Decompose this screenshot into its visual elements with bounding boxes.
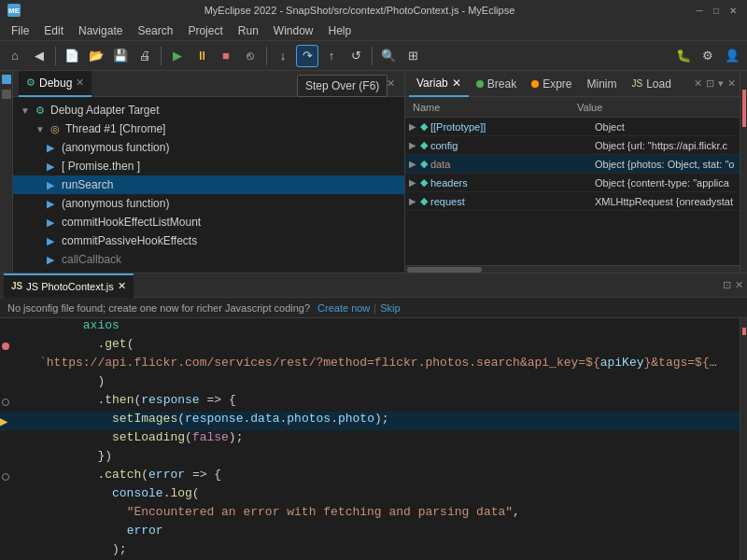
value-column-header: Value bbox=[577, 102, 736, 113]
menu-help[interactable]: Help bbox=[321, 22, 359, 39]
breakpoint-dot-2[interactable] bbox=[2, 343, 9, 350]
var-value-headers: Object {content-type: "applica bbox=[595, 177, 736, 189]
debug-tab-close[interactable]: ✕ bbox=[76, 77, 84, 89]
close-button[interactable]: ✕ bbox=[726, 4, 740, 17]
user-icon[interactable]: 👤 bbox=[721, 45, 743, 67]
frame-anon-2[interactable]: ▶ (anonymous function) bbox=[13, 194, 404, 213]
variables-table: Name Value ▶ ◆ [[Prototype]] Object ▶ ◆ … bbox=[405, 97, 740, 265]
var-panel-menu[interactable]: ▾ bbox=[718, 77, 724, 90]
editor-maximize-btn[interactable]: ⊡ bbox=[723, 279, 731, 291]
menu-search[interactable]: Search bbox=[130, 22, 180, 39]
content-8: }) bbox=[35, 449, 747, 463]
debug-icon[interactable]: 🐛 bbox=[672, 45, 695, 67]
var-icon-headers: ◆ bbox=[420, 176, 428, 189]
var-value-request: XMLHttpRequest {onreadystat bbox=[595, 196, 736, 207]
editor-tab-photocontext[interactable]: JS JS PhotoContext.js ✕ bbox=[4, 273, 134, 298]
error-marker bbox=[742, 90, 746, 127]
disconnect-btn[interactable]: ⎋ bbox=[239, 45, 261, 67]
search-btn[interactable]: 🔍 bbox=[377, 45, 400, 67]
toolbar-back-btn[interactable]: ◀ bbox=[28, 45, 50, 67]
activity-explorer-icon[interactable] bbox=[2, 90, 11, 99]
bug-icon: ⚙ bbox=[26, 77, 35, 89]
activity-bar bbox=[0, 71, 13, 273]
tree-debug-adapter[interactable]: ▼ ⚙ Debug Adapter Target bbox=[13, 101, 404, 119]
row-arrow-headers: ▶ bbox=[409, 177, 416, 188]
window-title: MyEclipse 2022 - SnapShot/src/context/Ph… bbox=[26, 5, 693, 16]
frame-runsearch[interactable]: ▶ runSearch bbox=[13, 175, 404, 194]
restart-btn[interactable]: ↺ bbox=[345, 45, 367, 67]
content-5: .then(response => { bbox=[35, 393, 747, 407]
frame-commitHook[interactable]: ▶ commitHookEffectListMount bbox=[13, 213, 404, 231]
var-panel-delete[interactable]: ✕ bbox=[694, 77, 702, 90]
var-name-headers: headers bbox=[430, 177, 595, 189]
tab-variables[interactable]: Variab ✕ bbox=[409, 71, 469, 97]
editor-tab-close[interactable]: ✕ bbox=[118, 280, 126, 292]
step-into-btn[interactable]: ↓ bbox=[272, 45, 294, 67]
tab-breakpoints[interactable]: Break bbox=[469, 71, 524, 97]
var-row-headers[interactable]: ▶ ◆ headers Object {content-type: "appli… bbox=[405, 174, 740, 192]
var-tab-bar: Variab ✕ Break Expre Minim JS Load bbox=[405, 71, 740, 97]
skip-link[interactable]: Skip bbox=[380, 302, 400, 314]
toolbar-home-btn[interactable]: ⌂ bbox=[4, 45, 26, 67]
var-row-request[interactable]: ▶ ◆ request XMLHttpRequest {onreadystat bbox=[405, 192, 740, 211]
step-over-tooltip: Step Over (F6) bbox=[297, 75, 388, 97]
frame-label-6: commitPassiveHookEffects bbox=[62, 234, 197, 247]
var-row-data[interactable]: ▶ ◆ data Object {photos: Object, stat: "… bbox=[405, 155, 740, 174]
var-h-scrollbar[interactable] bbox=[405, 265, 740, 273]
content-1: axios bbox=[35, 318, 747, 332]
menu-project[interactable]: Project bbox=[180, 22, 230, 39]
var-h-scroll-thumb[interactable] bbox=[407, 267, 482, 273]
resume-btn[interactable]: ▶ bbox=[166, 45, 189, 67]
tab-jsload[interactable]: JS Load bbox=[625, 71, 679, 97]
editor-close-btn[interactable]: ✕ bbox=[735, 279, 743, 291]
breakpoint-dot-5[interactable] bbox=[2, 399, 9, 406]
toolbar-sep-4 bbox=[372, 47, 373, 65]
tab-expressions[interactable]: Expre bbox=[524, 71, 579, 97]
tree-thread[interactable]: ▼ ◎ Thread #1 [Chrome] bbox=[13, 119, 404, 138]
frame-anon-1[interactable]: ▶ (anonymous function) bbox=[13, 138, 404, 157]
toolbar-open-btn[interactable]: 📂 bbox=[85, 45, 107, 67]
toolbar-print-btn[interactable]: 🖨 bbox=[134, 45, 156, 67]
stop-btn[interactable]: ■ bbox=[215, 45, 237, 67]
window-controls: ─ □ ✕ bbox=[693, 4, 740, 17]
create-now-link[interactable]: Create now bbox=[317, 302, 370, 314]
frame-icon-2: ▶ bbox=[47, 161, 54, 173]
toolbar-new-btn[interactable]: 📄 bbox=[61, 45, 83, 67]
grid-btn[interactable]: ⊞ bbox=[402, 45, 424, 67]
debug-tab[interactable]: ⚙ Debug ✕ bbox=[19, 71, 92, 97]
toolbar-save-btn[interactable]: 💾 bbox=[109, 45, 132, 67]
maximize-button[interactable]: □ bbox=[710, 4, 723, 17]
expr-tab-label: Expre bbox=[543, 77, 571, 91]
activity-debug-icon[interactable] bbox=[2, 75, 11, 84]
step-over-btn active[interactable]: ↷ bbox=[296, 45, 318, 67]
menu-run[interactable]: Run bbox=[231, 22, 266, 39]
frame-icon-1: ▶ bbox=[47, 142, 54, 154]
tab-minimize[interactable]: Minim bbox=[580, 71, 625, 97]
code-line-10: console.log( bbox=[0, 486, 747, 505]
workspace: ⚙ Debug ✕ ⊡ ✕ ▼ ⚙ Debug Adapter Target bbox=[0, 71, 747, 560]
menu-navigate[interactable]: Navigate bbox=[71, 22, 130, 39]
breakpoint-dot-9[interactable] bbox=[2, 473, 9, 481]
frame-callCallback[interactable]: ▶ callCallback bbox=[13, 250, 404, 269]
var-panel-maximize[interactable]: ⊡ bbox=[706, 77, 714, 90]
suspend-btn[interactable]: ⏸ bbox=[190, 45, 213, 67]
menu-edit[interactable]: Edit bbox=[36, 22, 71, 39]
frame-commitPassive[interactable]: ▶ commitPassiveHookEffects bbox=[13, 231, 404, 250]
var-tab-close[interactable]: ✕ bbox=[452, 77, 461, 90]
editor-scrollbar[interactable] bbox=[740, 318, 747, 560]
menu-window[interactable]: Window bbox=[266, 22, 321, 39]
var-row-prototype[interactable]: ▶ ◆ [[Prototype]] Object bbox=[405, 118, 740, 136]
var-panel-close2[interactable]: ✕ bbox=[727, 77, 736, 90]
code-editor[interactable]: axios .get( `https://api.flickr.com/serv… bbox=[0, 318, 747, 560]
menu-file[interactable]: File bbox=[4, 22, 36, 39]
js-icon: JS bbox=[632, 78, 643, 89]
content-7: setLoading(false); bbox=[35, 430, 747, 444]
code-line-1: axios bbox=[0, 318, 747, 337]
jsload-tab-label: Load bbox=[646, 77, 671, 91]
var-row-config[interactable]: ▶ ◆ config Object {url: "https://api.fli… bbox=[405, 136, 740, 155]
minimize-button[interactable]: ─ bbox=[693, 4, 706, 17]
frame-promise[interactable]: ▶ [ Promise.then ] bbox=[13, 157, 404, 175]
editor-tab-actions: ⊡ ✕ bbox=[723, 279, 743, 291]
settings-icon[interactable]: ⚙ bbox=[697, 45, 719, 67]
step-return-btn[interactable]: ↑ bbox=[320, 45, 343, 67]
